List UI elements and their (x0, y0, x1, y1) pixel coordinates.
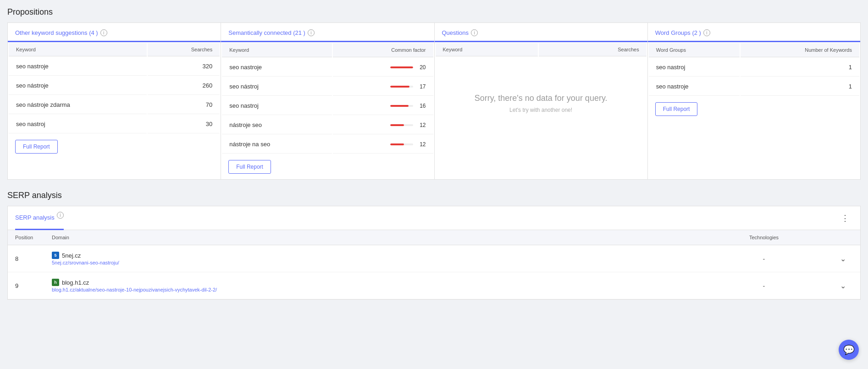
serp-tech-cell: - (695, 245, 833, 272)
sc-cf-cell: 12 (333, 116, 433, 134)
tab-questions-info[interactable]: i (471, 29, 478, 36)
propositions-title: Propositions (7, 7, 861, 17)
sc-keyword-cell: seo nastroj (222, 97, 332, 115)
sc-cf-cell: 17 (333, 77, 433, 96)
cf-number: 20 (417, 64, 426, 71)
word-groups-full-report[interactable]: Full Report (655, 102, 698, 116)
table-row: seo nástroje zdarma 70 (9, 96, 220, 114)
serp-table: Position Domain Technologies 8 5 5nej.cz… (8, 230, 860, 299)
cf-number: 12 (417, 141, 426, 148)
favicon: 5 (52, 252, 59, 259)
tab-word-groups-label[interactable]: Word Groups (2 ) (655, 29, 701, 41)
questions-no-data-sub: Let's try with another one! (509, 107, 572, 113)
sc-col-cf: Common factor (333, 43, 433, 57)
questions-no-data-text: Sorry, there's no data for your query. (475, 94, 608, 103)
wg-col-groups: Word Groups (649, 43, 740, 57)
questions-no-data: Sorry, there's no data for your query. L… (435, 57, 647, 149)
panel-word-groups: Word Groups (2 ) i Word Groups Number of… (647, 22, 861, 180)
other-keyword-full-report[interactable]: Full Report (15, 140, 58, 154)
panel-semantically-connected: Semantically connected (21 ) i Keyword C… (221, 22, 434, 180)
table-row: seo nastroj 30 (9, 115, 220, 133)
semantically-full-report[interactable]: Full Report (228, 160, 271, 174)
cf-bar (390, 105, 409, 107)
cf-bar-container (390, 143, 413, 145)
cf-bar (390, 66, 413, 68)
domain-cell: 5 5nej.cz 5nej.cz/srovnani-seo-nastroju/ (52, 252, 688, 265)
keyword-cell: seo nástroje zdarma (9, 96, 147, 114)
table-row: seo nástroje 260 (9, 77, 220, 95)
domain-name: h blog.h1.cz (52, 279, 688, 286)
semantically-table: Keyword Common factor seo nastroje 20 se… (221, 42, 434, 154)
serp-domain-cell: 5 5nej.cz 5nej.cz/srovnani-seo-nastroju/ (44, 245, 695, 272)
serp-more-button[interactable]: ⋮ (837, 211, 853, 225)
favicon: h (52, 279, 59, 286)
tab-word-groups-info[interactable]: i (703, 29, 710, 36)
serp-tab-info[interactable]: i (57, 212, 64, 219)
serp-position-cell: 9 (8, 272, 44, 299)
cf-bar (390, 86, 410, 88)
col-keyword-header: Keyword (9, 43, 147, 56)
domain-url: 5nej.cz/srovnani-seo-nastroju/ (52, 260, 688, 265)
tab-other-keyword-info[interactable]: i (100, 29, 107, 36)
cf-bar-container (390, 86, 413, 88)
cf-bar-container (390, 66, 413, 68)
table-row: nástroje seo 12 (222, 116, 433, 134)
tab-semantically-info[interactable]: i (308, 29, 315, 36)
table-row: seo nastroje 20 (222, 58, 433, 77)
expand-row-button[interactable]: ⌄ (840, 281, 846, 290)
serp-col-position: Position (8, 230, 44, 245)
searches-cell: 260 (148, 77, 220, 95)
tab-word-groups[interactable]: Word Groups (2 ) i (648, 23, 860, 42)
sc-keyword-cell: nástroje na seo (222, 135, 332, 154)
sc-cf-cell: 12 (333, 135, 433, 154)
table-row: seo nastroje 1 (649, 77, 859, 96)
tab-other-keyword-label[interactable]: Other keyword suggestions (4 ) (15, 29, 98, 41)
tab-semantically-label[interactable]: Semantically connected (21 ) (228, 29, 305, 41)
serp-tab[interactable]: SERP analysis i (15, 206, 64, 230)
q-col-searches: Searches (539, 43, 647, 56)
serp-tab-row: SERP analysis i ⋮ (8, 206, 860, 230)
table-row: nástroje na seo 12 (222, 135, 433, 154)
searches-cell: 70 (148, 96, 220, 114)
col-searches-header: Searches (148, 43, 220, 56)
tab-other-keyword[interactable]: Other keyword suggestions (4 ) i (8, 23, 221, 42)
wg-count-cell: 1 (741, 77, 859, 96)
wg-group-cell: seo nastroj (649, 58, 740, 77)
tab-semantically-connected[interactable]: Semantically connected (21 ) i (221, 23, 434, 42)
serp-tab-label[interactable]: SERP analysis (15, 214, 55, 221)
searches-cell: 320 (148, 57, 220, 76)
tab-questions-label[interactable]: Questions (442, 29, 469, 41)
questions-table-header: Keyword Searches (435, 42, 647, 57)
serp-position-cell: 8 (8, 245, 44, 272)
serp-col-domain: Domain (44, 230, 695, 245)
table-row: 9 h blog.h1.cz blog.h1.cz/aktualne/seo-n… (8, 272, 860, 299)
sc-col-keyword: Keyword (222, 43, 332, 57)
domain-name: 5 5nej.cz (52, 252, 688, 259)
cf-bar (390, 124, 404, 126)
cf-number: 12 (417, 122, 426, 128)
domain-cell: h blog.h1.cz blog.h1.cz/aktualne/seo-nas… (52, 279, 688, 292)
expand-row-button[interactable]: ⌄ (840, 254, 846, 263)
serp-expand-cell[interactable]: ⌄ (833, 272, 860, 299)
cf-number: 16 (417, 103, 426, 109)
table-row: seo nastroj 1 (649, 58, 859, 77)
other-keyword-table: Keyword Searches seo nastroje 320 seo ná… (8, 42, 221, 134)
table-row: seo nastroj 16 (222, 97, 433, 115)
serp-col-technologies: Technologies (695, 230, 833, 245)
cf-bar (390, 143, 404, 145)
table-row: seo nastroje 320 (9, 57, 220, 76)
keyword-cell: seo nastroje (9, 57, 147, 76)
tab-questions[interactable]: Questions i (435, 23, 647, 42)
cf-number: 17 (417, 83, 426, 90)
domain-url: blog.h1.cz/aktualne/seo-nastroje-10-nejp… (52, 287, 688, 292)
wg-col-num: Number of Keywords (741, 43, 859, 57)
keyword-cell: seo nástroje (9, 77, 147, 95)
serp-tech-cell: - (695, 272, 833, 299)
serp-title: SERP analysis (7, 191, 861, 200)
serp-expand-cell[interactable]: ⌄ (833, 245, 860, 272)
keyword-cell: seo nastroj (9, 115, 147, 133)
panel-other-keyword: Other keyword suggestions (4 ) i Keyword… (7, 22, 221, 180)
cf-bar-container (390, 124, 413, 126)
word-groups-table: Word Groups Number of Keywords seo nastr… (648, 42, 860, 97)
cf-bar-container (390, 105, 413, 107)
